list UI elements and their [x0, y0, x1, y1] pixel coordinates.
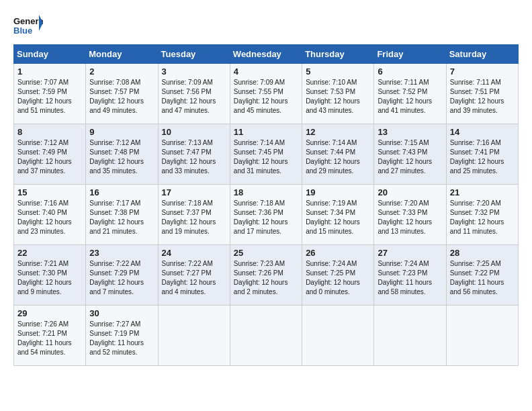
calendar-cell: 1Sunrise: 7:07 AMSunset: 7:59 PMDaylight… [14, 64, 86, 124]
calendar-cell: 13Sunrise: 7:15 AMSunset: 7:43 PMDayligh… [374, 124, 446, 185]
cell-text: Sunrise: 7:14 AMSunset: 7:45 PMDaylight:… [234, 138, 298, 176]
cell-text: Sunrise: 7:08 AMSunset: 7:57 PMDaylight:… [89, 78, 154, 116]
cell-text: Sunrise: 7:10 AMSunset: 7:53 PMDaylight:… [306, 78, 370, 116]
day-number: 18 [234, 187, 298, 197]
weekday-header: Saturday [446, 45, 518, 64]
cell-text: Sunrise: 7:24 AMSunset: 7:25 PMDaylight:… [306, 259, 370, 297]
cell-text: Sunrise: 7:17 AMSunset: 7:38 PMDaylight:… [89, 199, 154, 236]
calendar-cell: 22Sunrise: 7:21 AMSunset: 7:30 PMDayligh… [14, 245, 86, 306]
calendar-cell: 2Sunrise: 7:08 AMSunset: 7:57 PMDaylight… [86, 64, 158, 124]
calendar-cell [158, 306, 230, 366]
day-number: 8 [17, 127, 82, 137]
calendar-cell [374, 306, 446, 366]
calendar-week-row: 29Sunrise: 7:26 AMSunset: 7:21 PMDayligh… [14, 306, 519, 366]
calendar-cell: 28Sunrise: 7:25 AMSunset: 7:22 PMDayligh… [446, 245, 518, 306]
calendar-cell: 25Sunrise: 7:23 AMSunset: 7:26 PMDayligh… [230, 245, 302, 306]
day-number: 7 [450, 66, 515, 77]
cell-text: Sunrise: 7:11 AMSunset: 7:51 PMDaylight:… [450, 78, 515, 116]
calendar-week-row: 15Sunrise: 7:16 AMSunset: 7:40 PMDayligh… [14, 185, 519, 245]
calendar-cell: 20Sunrise: 7:20 AMSunset: 7:33 PMDayligh… [374, 185, 446, 245]
calendar-cell: 11Sunrise: 7:14 AMSunset: 7:45 PMDayligh… [230, 124, 302, 185]
day-number: 19 [306, 187, 370, 197]
day-number: 20 [378, 187, 442, 197]
page-header: General Blue [13, 13, 519, 38]
day-number: 17 [162, 187, 226, 197]
cell-text: Sunrise: 7:11 AMSunset: 7:52 PMDaylight:… [378, 78, 442, 116]
day-number: 28 [450, 248, 515, 258]
calendar-header-row: SundayMondayTuesdayWednesdayThursdayFrid… [14, 45, 519, 64]
weekday-header: Monday [86, 45, 158, 64]
day-number: 27 [378, 248, 442, 258]
cell-text: Sunrise: 7:16 AMSunset: 7:41 PMDaylight:… [450, 138, 515, 176]
calendar-cell: 12Sunrise: 7:14 AMSunset: 7:44 PMDayligh… [302, 124, 374, 185]
cell-text: Sunrise: 7:20 AMSunset: 7:32 PMDaylight:… [450, 199, 515, 236]
day-number: 9 [89, 127, 154, 137]
calendar-cell [446, 306, 518, 366]
cell-text: Sunrise: 7:21 AMSunset: 7:30 PMDaylight:… [17, 259, 82, 297]
calendar-cell: 24Sunrise: 7:22 AMSunset: 7:27 PMDayligh… [158, 245, 230, 306]
calendar-cell: 18Sunrise: 7:18 AMSunset: 7:36 PMDayligh… [230, 185, 302, 245]
calendar-cell: 23Sunrise: 7:22 AMSunset: 7:29 PMDayligh… [86, 245, 158, 306]
calendar-cell: 8Sunrise: 7:12 AMSunset: 7:49 PMDaylight… [14, 124, 86, 185]
calendar-cell: 15Sunrise: 7:16 AMSunset: 7:40 PMDayligh… [14, 185, 86, 245]
day-number: 4 [234, 66, 298, 77]
cell-text: Sunrise: 7:18 AMSunset: 7:36 PMDaylight:… [234, 199, 298, 236]
logo: General Blue [13, 13, 46, 38]
cell-text: Sunrise: 7:19 AMSunset: 7:34 PMDaylight:… [306, 199, 370, 236]
cell-text: Sunrise: 7:18 AMSunset: 7:37 PMDaylight:… [162, 199, 226, 236]
day-number: 21 [450, 187, 515, 197]
cell-text: Sunrise: 7:16 AMSunset: 7:40 PMDaylight:… [17, 199, 82, 236]
day-number: 24 [162, 248, 226, 258]
svg-text:Blue: Blue [13, 26, 32, 36]
cell-text: Sunrise: 7:23 AMSunset: 7:26 PMDaylight:… [234, 259, 298, 297]
cell-text: Sunrise: 7:22 AMSunset: 7:29 PMDaylight:… [89, 259, 154, 297]
calendar-cell: 21Sunrise: 7:20 AMSunset: 7:32 PMDayligh… [446, 185, 518, 245]
calendar-cell: 19Sunrise: 7:19 AMSunset: 7:34 PMDayligh… [302, 185, 374, 245]
day-number: 3 [162, 66, 226, 77]
day-number: 10 [162, 127, 226, 137]
day-number: 2 [89, 66, 154, 77]
calendar-cell: 10Sunrise: 7:13 AMSunset: 7:47 PMDayligh… [158, 124, 230, 185]
day-number: 23 [89, 248, 154, 258]
logo-icon: General Blue [13, 13, 43, 38]
calendar-cell: 29Sunrise: 7:26 AMSunset: 7:21 PMDayligh… [14, 306, 86, 366]
day-number: 13 [378, 127, 442, 137]
calendar-cell: 17Sunrise: 7:18 AMSunset: 7:37 PMDayligh… [158, 185, 230, 245]
cell-text: Sunrise: 7:14 AMSunset: 7:44 PMDaylight:… [306, 138, 370, 176]
day-number: 26 [306, 248, 370, 258]
calendar-cell: 26Sunrise: 7:24 AMSunset: 7:25 PMDayligh… [302, 245, 374, 306]
weekday-header: Sunday [14, 45, 86, 64]
cell-text: Sunrise: 7:20 AMSunset: 7:33 PMDaylight:… [378, 199, 442, 236]
day-number: 30 [89, 308, 154, 318]
calendar-week-row: 8Sunrise: 7:12 AMSunset: 7:49 PMDaylight… [14, 124, 519, 185]
day-number: 5 [306, 66, 370, 77]
calendar-cell: 27Sunrise: 7:24 AMSunset: 7:23 PMDayligh… [374, 245, 446, 306]
cell-text: Sunrise: 7:07 AMSunset: 7:59 PMDaylight:… [17, 78, 82, 116]
cell-text: Sunrise: 7:13 AMSunset: 7:47 PMDaylight:… [162, 138, 226, 176]
calendar-week-row: 1Sunrise: 7:07 AMSunset: 7:59 PMDaylight… [14, 64, 519, 124]
day-number: 6 [378, 66, 442, 77]
cell-text: Sunrise: 7:09 AMSunset: 7:56 PMDaylight:… [162, 78, 226, 116]
cell-text: Sunrise: 7:12 AMSunset: 7:49 PMDaylight:… [17, 138, 82, 176]
cell-text: Sunrise: 7:26 AMSunset: 7:21 PMDaylight:… [17, 320, 82, 357]
cell-text: Sunrise: 7:22 AMSunset: 7:27 PMDaylight:… [162, 259, 226, 297]
day-number: 15 [17, 187, 82, 197]
calendar-cell: 7Sunrise: 7:11 AMSunset: 7:51 PMDaylight… [446, 64, 518, 124]
calendar-cell: 3Sunrise: 7:09 AMSunset: 7:56 PMDaylight… [158, 64, 230, 124]
weekday-header: Thursday [302, 45, 374, 64]
calendar-cell [302, 306, 374, 366]
day-number: 1 [17, 66, 82, 77]
weekday-header: Tuesday [158, 45, 230, 64]
day-number: 22 [17, 248, 82, 258]
calendar-cell: 6Sunrise: 7:11 AMSunset: 7:52 PMDaylight… [374, 64, 446, 124]
cell-text: Sunrise: 7:15 AMSunset: 7:43 PMDaylight:… [378, 138, 442, 176]
calendar-cell: 14Sunrise: 7:16 AMSunset: 7:41 PMDayligh… [446, 124, 518, 185]
calendar-cell: 4Sunrise: 7:09 AMSunset: 7:55 PMDaylight… [230, 64, 302, 124]
cell-text: Sunrise: 7:12 AMSunset: 7:48 PMDaylight:… [89, 138, 154, 176]
weekday-header: Wednesday [230, 45, 302, 64]
calendar-body: 1Sunrise: 7:07 AMSunset: 7:59 PMDaylight… [14, 64, 519, 366]
calendar-table: SundayMondayTuesdayWednesdayThursdayFrid… [13, 44, 519, 366]
day-number: 25 [234, 248, 298, 258]
cell-text: Sunrise: 7:25 AMSunset: 7:22 PMDaylight:… [450, 259, 515, 297]
cell-text: Sunrise: 7:24 AMSunset: 7:23 PMDaylight:… [378, 259, 442, 297]
